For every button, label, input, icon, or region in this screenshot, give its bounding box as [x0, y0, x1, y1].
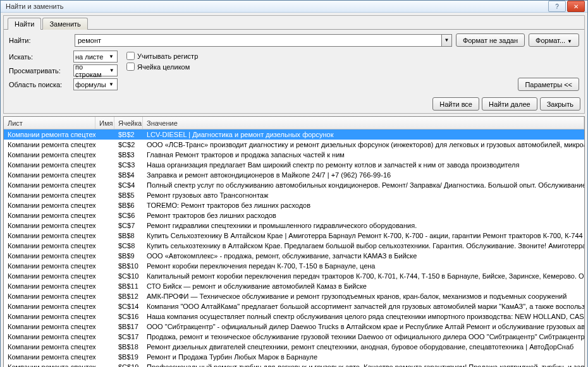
format-button[interactable]: Формат...▼: [529, 33, 579, 47]
col-value[interactable]: Значение: [143, 117, 584, 129]
result-row[interactable]: Компании ремонта спецтехники$C$7Ремонт г…: [4, 220, 584, 231]
whole-cell-check[interactable]: Ячейка целиком: [126, 63, 198, 71]
cell-ref: $C$19: [114, 363, 143, 367]
cell-ref: $B$12: [114, 292, 143, 300]
result-row[interactable]: Компании ремонта спецтехники$B$3Главная …: [4, 150, 584, 160]
cell-sheet: Компании ремонта спецтехники: [4, 282, 95, 290]
match-case-checkbox[interactable]: [126, 52, 135, 60]
result-row[interactable]: Компании ремонта спецтехники$C$6Ремонт т…: [4, 210, 584, 220]
col-cell[interactable]: Ячейка: [114, 117, 143, 129]
cell-ref: $C$3: [114, 161, 143, 169]
cell-ref: $B$2: [114, 131, 143, 138]
result-row[interactable]: Компании ремонта спецтехники$B$9ООО «Авт…: [4, 251, 584, 261]
tab-replace[interactable]: Заменить: [42, 18, 87, 30]
search-in-label: Искать:: [9, 53, 71, 61]
col-sheet[interactable]: Лист: [4, 117, 95, 129]
scan-select[interactable]: по строкам▼: [73, 64, 118, 76]
cell-value: Ремонт гидравлики спецтехники и промышле…: [143, 222, 584, 229]
cell-ref: $B$11: [114, 282, 143, 290]
cell-value: Заправка и ремонт автокондиционеров в Ма…: [143, 171, 584, 179]
find-all-button[interactable]: Найти все: [432, 97, 479, 111]
result-row[interactable]: Компании ремонта спецтехники$C$10Капитал…: [4, 271, 584, 281]
tab-find[interactable]: Найти: [8, 18, 41, 30]
cell-ref: $C$8: [114, 242, 143, 250]
cell-ref: $B$18: [114, 343, 143, 351]
find-input[interactable]: [75, 34, 442, 47]
cell-value: Купить сельхозтехнику в Алтайском Крае. …: [143, 242, 584, 250]
result-row[interactable]: Компании ремонта спецтехники$C$16Наша ко…: [4, 311, 584, 322]
result-row[interactable]: Компании ремонта спецтехники$C$8Купить с…: [4, 241, 584, 251]
result-row[interactable]: Компании ремонта спецтехники$B$2LCV-DIES…: [4, 129, 584, 140]
close-button[interactable]: Закрыть: [540, 97, 580, 111]
window-close-button[interactable]: ✕: [567, 1, 585, 12]
cell-sheet: Компании ремонта спецтехники: [4, 272, 95, 280]
whole-cell-checkbox[interactable]: [126, 63, 135, 71]
titlebar[interactable]: Найти и заменить ? ✕: [1, 1, 587, 13]
result-row[interactable]: Компании ремонта спецтехники$B$8Купить С…: [4, 231, 584, 241]
col-name[interactable]: Имя: [95, 117, 114, 129]
cell-value: Ремонт и Продажа Турбин Любых Марок в Ба…: [143, 353, 584, 361]
cell-sheet: Компании ремонта спецтехники: [4, 242, 95, 250]
result-row[interactable]: Компании ремонта спецтехники$C$17Продажа…: [4, 332, 584, 342]
find-next-button[interactable]: Найти далее: [482, 97, 537, 111]
cell-value: Ремонт коробки переключения передач К-70…: [143, 262, 584, 270]
cell-sheet: Компании ремонта спецтехники: [4, 252, 95, 260]
cell-value: Полный спектр услуг по обслуживанию авто…: [143, 181, 584, 189]
result-row[interactable]: Компании ремонта спецтехники$B$12АМК-ПРО…: [4, 291, 584, 301]
cell-ref: $B$4: [114, 171, 143, 179]
cell-ref: $B$3: [114, 151, 143, 159]
result-row[interactable]: Компании ремонта спецтехники$B$19Ремонт …: [4, 352, 584, 362]
cell-sheet: Компании ремонта спецтехники: [4, 212, 95, 219]
format-not-set-button[interactable]: Формат не задан: [456, 33, 525, 47]
scope-select[interactable]: формулы▼: [73, 78, 118, 90]
cell-sheet: Компании ремонта спецтехники: [4, 191, 95, 199]
cell-value: ООО "Сибтракцентр" - официальный дилер D…: [143, 323, 584, 330]
cell-ref: $B$19: [114, 353, 143, 361]
result-row[interactable]: Компании ремонта спецтехники$B$6TOREMO: …: [4, 200, 584, 210]
cell-value: Ремонт грузовых авто Трансогнонтаж: [143, 191, 584, 199]
cell-sheet: Компании ремонта спецтехники: [4, 353, 95, 361]
cell-value: Капитальный ремонт коробки переключения …: [143, 272, 584, 280]
cell-ref: $C$4: [114, 181, 143, 189]
results-header: Лист Имя Ячейка Значение: [4, 117, 584, 129]
cell-ref: $C$2: [114, 141, 143, 148]
cell-ref: $B$8: [114, 232, 143, 239]
cell-value: TOREMO: Ремонт тракторов без лишних расх…: [143, 202, 584, 209]
result-row[interactable]: Компании ремонта спецтехники$C$4Полный с…: [4, 180, 584, 190]
cell-value: LCV-DIESEL | Диагностика и ремонт дизель…: [143, 131, 584, 138]
result-row[interactable]: Компании ремонта спецтехники$B$18Ремонт …: [4, 342, 584, 352]
find-dropdown-button[interactable]: ▼: [442, 34, 452, 47]
dialog-window: Найти и заменить ? ✕ Найти Заменить Найт…: [0, 0, 588, 367]
search-in-select[interactable]: на листе▼: [73, 51, 118, 63]
tab-strip: Найти Заменить: [4, 16, 584, 29]
help-button[interactable]: ?: [548, 1, 566, 12]
cell-ref: $B$17: [114, 323, 143, 330]
result-row[interactable]: Компании ремонта спецтехники$C$19Професс…: [4, 362, 584, 367]
cell-sheet: Компании ремонта спецтехники: [4, 222, 95, 229]
cell-sheet: Компании ремонта спецтехники: [4, 151, 95, 159]
result-row[interactable]: Компании ремонта спецтехники$B$5Ремонт г…: [4, 190, 584, 200]
parameters-button[interactable]: Параметры <<: [518, 78, 579, 91]
cell-sheet: Компании ремонта спецтехники: [4, 333, 95, 340]
cell-sheet: Компании ремонта спецтехники: [4, 292, 95, 300]
result-row[interactable]: Компании ремонта спецтехники$C$2ООО «ЛСВ…: [4, 140, 584, 150]
cell-ref: $B$5: [114, 191, 143, 199]
result-row[interactable]: Компании ремонта спецтехники$B$11СТО Бий…: [4, 281, 584, 291]
cell-sheet: Компании ремонта спецтехники: [4, 363, 95, 367]
cell-value: Ремонт тракторов без лишних расходов: [143, 212, 584, 219]
result-row[interactable]: Компании ремонта спецтехники$B$10Ремонт …: [4, 261, 584, 271]
find-combo: ▼: [75, 34, 452, 47]
cell-value: Продажа, ремонт и техническое обслуживан…: [143, 333, 584, 340]
result-row[interactable]: Компании ремонта спецтехники$B$17ООО "Си…: [4, 322, 584, 332]
result-row[interactable]: Компании ремонта спецтехники$C$3Наша орг…: [4, 160, 584, 170]
cell-ref: $B$9: [114, 252, 143, 260]
cell-value: Главная Ремонт тракторов и продажа запас…: [143, 151, 584, 159]
result-row[interactable]: Компании ремонта спецтехники$C$14Компани…: [4, 301, 584, 311]
cell-value: ООО «Автокомплекс» - продажа, ремонт, об…: [143, 252, 584, 260]
cell-sheet: Компании ремонта спецтехники: [4, 303, 95, 310]
results-body[interactable]: Компании ремонта спецтехники$B$2LCV-DIES…: [4, 129, 584, 367]
cell-sheet: Компании ремонта спецтехники: [4, 181, 95, 189]
cell-sheet: Компании ремонта спецтехники: [4, 141, 95, 148]
match-case-check[interactable]: Учитывать регистр: [126, 52, 198, 60]
result-row[interactable]: Компании ремонта спецтехники$B$4Заправка…: [4, 170, 584, 180]
